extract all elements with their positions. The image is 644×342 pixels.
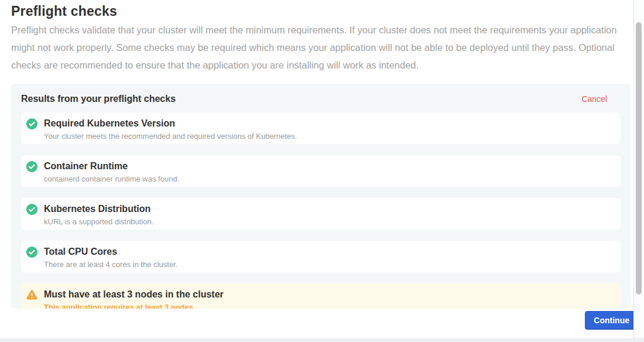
check-body: Required Kubernetes Version Your cluster… bbox=[44, 118, 297, 141]
check-message: kURL is a supported distribution. bbox=[44, 217, 153, 226]
check-result-card: Required Kubernetes Version Your cluster… bbox=[21, 112, 621, 144]
check-result-card: Kubernetes Distribution kURL is a suppor… bbox=[21, 198, 621, 230]
cancel-link[interactable]: Cancel bbox=[581, 94, 607, 104]
check-result-card: Must have at least 3 nodes in the cluste… bbox=[21, 283, 621, 309]
check-result-card: Total CPU Cores There are at least 4 cor… bbox=[21, 241, 621, 272]
check-body: Container Runtime containerd container r… bbox=[44, 160, 179, 183]
page-title: Preflight checks bbox=[11, 4, 117, 19]
bottom-divider-strip bbox=[0, 338, 644, 342]
panel-header: Results from your preflight checks Cance… bbox=[21, 93, 621, 104]
check-title: Required Kubernetes Version bbox=[44, 118, 297, 129]
continue-button[interactable]: Continue bbox=[585, 311, 638, 330]
check-circle-icon bbox=[26, 160, 38, 173]
check-body: Kubernetes Distribution kURL is a suppor… bbox=[44, 203, 153, 226]
check-message: Your cluster meets the recommended and r… bbox=[44, 132, 297, 141]
check-message: containerd container runtime was found. bbox=[44, 175, 179, 183]
warning-triangle-icon bbox=[26, 289, 38, 301]
check-title: Container Runtime bbox=[44, 160, 179, 172]
check-message: This application requires at least 3 nod… bbox=[44, 303, 224, 309]
page-scrollbar-thumb[interactable] bbox=[636, 22, 642, 295]
check-circle-icon bbox=[26, 118, 38, 130]
check-title: Kubernetes Distribution bbox=[44, 203, 153, 214]
panel-title: Results from your preflight checks bbox=[21, 94, 176, 104]
check-circle-icon bbox=[26, 203, 38, 216]
check-body: Total CPU Cores There are at least 4 cor… bbox=[44, 246, 177, 269]
check-body: Must have at least 3 nodes in the cluste… bbox=[44, 289, 224, 309]
preflight-results-panel: Results from your preflight checks Cance… bbox=[11, 84, 631, 309]
check-circle-icon bbox=[26, 246, 38, 258]
check-message: There are at least 4 cores in the cluste… bbox=[44, 260, 177, 269]
check-title: Total CPU Cores bbox=[44, 246, 177, 257]
page-scrollbar-track[interactable] bbox=[633, 0, 644, 342]
check-title: Must have at least 3 nodes in the cluste… bbox=[44, 289, 224, 300]
page-description: Preflight checks validate that your clus… bbox=[11, 21, 620, 74]
check-list: Required Kubernetes Version Your cluster… bbox=[21, 112, 621, 309]
check-result-card: Container Runtime containerd container r… bbox=[21, 155, 621, 187]
